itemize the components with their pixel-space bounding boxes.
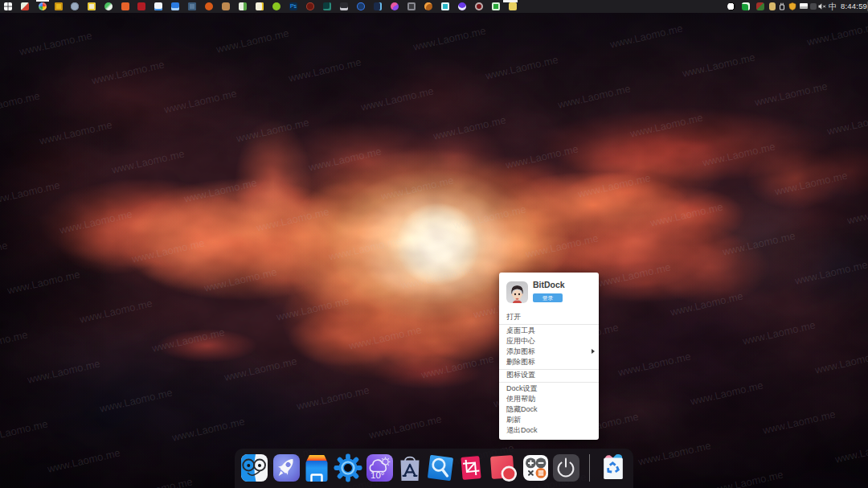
svg-text:10°: 10° xyxy=(371,470,384,480)
